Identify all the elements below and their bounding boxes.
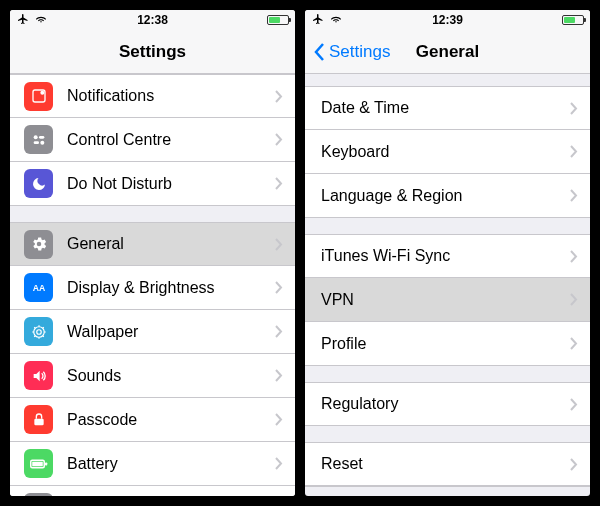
nav-title: Settings	[10, 42, 295, 62]
chevron-right-icon	[570, 250, 578, 263]
row-label: VPN	[321, 291, 570, 309]
chevron-right-icon	[275, 369, 283, 382]
chevron-right-icon	[275, 177, 283, 190]
battery-row-icon	[24, 449, 53, 478]
row-itunes-wifi-sync[interactable]: iTunes Wi-Fi Sync	[305, 234, 590, 278]
svg-rect-12	[45, 462, 47, 465]
row-date-time[interactable]: Date & Time	[305, 86, 590, 130]
chevron-right-icon	[570, 102, 578, 115]
chevron-right-icon	[570, 398, 578, 411]
row-label: Control Centre	[67, 131, 275, 149]
nav-bar: Settings General	[305, 30, 590, 74]
row-label: Notifications	[67, 87, 275, 105]
row-control-centre[interactable]: Control Centre	[10, 118, 295, 162]
general-icon	[24, 230, 53, 259]
chevron-right-icon	[275, 281, 283, 294]
general-screen: 12:39 Settings General Date & Time Keybo…	[305, 10, 590, 496]
row-label: Profile	[321, 335, 570, 353]
svg-point-8	[33, 326, 44, 337]
row-label: Wallpaper	[67, 323, 275, 341]
row-label: Keyboard	[321, 143, 570, 161]
row-regulatory[interactable]: Regulatory	[305, 382, 590, 426]
nav-bar: Settings	[10, 30, 295, 74]
svg-rect-5	[33, 141, 38, 144]
row-label: Do Not Disturb	[67, 175, 275, 193]
do-not-disturb-icon	[24, 169, 53, 198]
passcode-icon	[24, 405, 53, 434]
wallpaper-icon	[24, 317, 53, 346]
status-bar: 12:38	[10, 10, 295, 30]
general-list: Date & Time Keyboard Language & Region i…	[305, 74, 590, 496]
settings-screen: 12:38 Settings Notifications Control Cen…	[10, 10, 295, 496]
row-label: Date & Time	[321, 99, 570, 117]
row-profile[interactable]: Profile	[305, 322, 590, 366]
row-label: iTunes Wi-Fi Sync	[321, 247, 570, 265]
chevron-right-icon	[275, 325, 283, 338]
row-do-not-disturb[interactable]: Do Not Disturb	[10, 162, 295, 206]
chevron-right-icon	[275, 413, 283, 426]
chevron-right-icon	[275, 133, 283, 146]
row-general[interactable]: General	[10, 222, 295, 266]
row-display-brightness[interactable]: AA Display & Brightness	[10, 266, 295, 310]
row-wallpaper[interactable]: Wallpaper	[10, 310, 295, 354]
svg-text:AA: AA	[32, 283, 45, 293]
svg-point-7	[36, 329, 41, 334]
row-privacy[interactable]: Privacy	[10, 486, 295, 496]
svg-rect-11	[32, 461, 43, 466]
status-time: 12:39	[305, 13, 590, 27]
control-centre-icon	[24, 125, 53, 154]
chevron-right-icon	[275, 457, 283, 470]
chevron-right-icon	[570, 293, 578, 306]
back-button[interactable]: Settings	[313, 42, 390, 62]
notifications-icon	[24, 82, 53, 111]
sounds-icon	[24, 361, 53, 390]
status-time: 12:38	[10, 13, 295, 27]
chevron-right-icon	[275, 238, 283, 251]
settings-list: Notifications Control Centre Do Not Dist…	[10, 74, 295, 496]
chevron-left-icon	[313, 42, 325, 62]
row-label: Battery	[67, 455, 275, 473]
row-label: Language & Region	[321, 187, 570, 205]
battery-icon	[562, 15, 584, 25]
row-reset[interactable]: Reset	[305, 442, 590, 486]
row-label: Regulatory	[321, 395, 570, 413]
chevron-right-icon	[570, 337, 578, 350]
svg-rect-3	[39, 136, 44, 139]
chevron-right-icon	[570, 458, 578, 471]
row-keyboard[interactable]: Keyboard	[305, 130, 590, 174]
row-label: General	[67, 235, 275, 253]
row-label: Reset	[321, 455, 570, 473]
row-vpn[interactable]: VPN	[305, 278, 590, 322]
row-notifications[interactable]: Notifications	[10, 74, 295, 118]
row-battery[interactable]: Battery	[10, 442, 295, 486]
row-label: Sounds	[67, 367, 275, 385]
svg-point-2	[33, 135, 37, 139]
row-passcode[interactable]: Passcode	[10, 398, 295, 442]
svg-point-1	[40, 91, 44, 95]
svg-point-4	[40, 140, 44, 144]
row-language-region[interactable]: Language & Region	[305, 174, 590, 218]
svg-rect-9	[34, 418, 43, 425]
chevron-right-icon	[570, 189, 578, 202]
privacy-icon	[24, 493, 53, 496]
back-label: Settings	[329, 42, 390, 62]
chevron-right-icon	[570, 145, 578, 158]
row-sounds[interactable]: Sounds	[10, 354, 295, 398]
chevron-right-icon	[275, 90, 283, 103]
row-label: Passcode	[67, 411, 275, 429]
row-label: Display & Brightness	[67, 279, 275, 297]
display-brightness-icon: AA	[24, 273, 53, 302]
status-bar: 12:39	[305, 10, 590, 30]
battery-icon	[267, 15, 289, 25]
